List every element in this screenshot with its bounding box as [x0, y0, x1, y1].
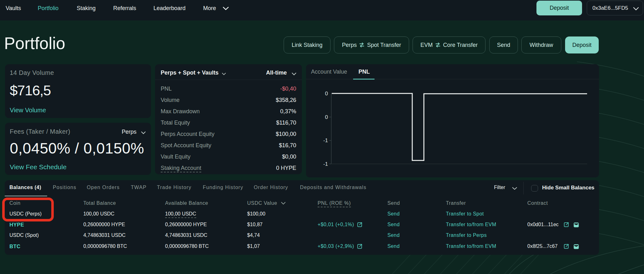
- svg-text:-1: -1: [323, 137, 328, 143]
- svg-text:0: 0: [325, 91, 328, 97]
- svg-text:0: 0: [325, 114, 328, 120]
- svg-text:-1: -1: [323, 161, 328, 167]
